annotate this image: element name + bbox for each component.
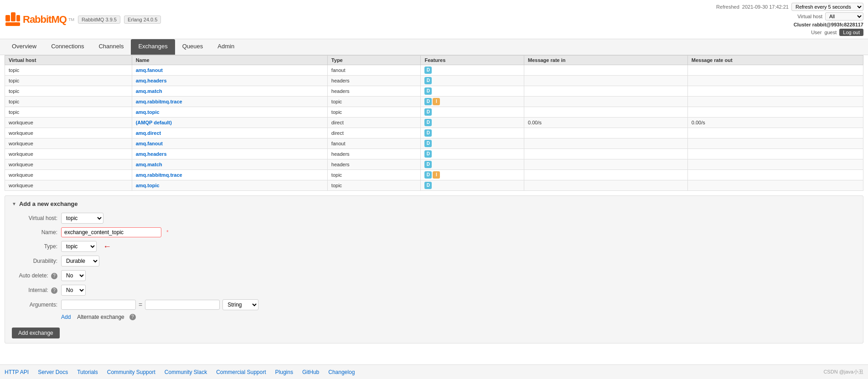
cell-rate-in — [524, 159, 687, 170]
collapse-icon: ▼ — [12, 201, 16, 206]
required-star: * — [166, 229, 169, 236]
auto-delete-help[interactable]: ? — [51, 273, 57, 279]
table-row: topicamq.fanoutfanoutD — [5, 65, 863, 76]
cell-rate-in — [524, 86, 687, 97]
alt-exchange-label[interactable]: Alternate exchange — [77, 314, 124, 320]
add-link[interactable]: Add — [61, 314, 71, 320]
top-header: RabbitMQ TM RabbitMQ 3.9.5 Erlang 24.0.5… — [0, 0, 868, 39]
cell-type: topic — [327, 170, 421, 180]
nav-connections[interactable]: Connections — [44, 39, 91, 55]
refresh-select[interactable]: Refresh every 5 seconds Refresh every 10… — [791, 3, 863, 11]
exchange-link[interactable]: amq.match — [136, 88, 162, 94]
cell-vhost: topic — [5, 107, 132, 118]
cell-vhost: topic — [5, 65, 132, 76]
main-content: Virtual host Name Type Features Message … — [0, 55, 868, 348]
type-select[interactable]: direct fanout headers topic — [61, 241, 97, 252]
name-row: Name: * — [12, 227, 856, 237]
table-row: workqueueamq.headersheadersD — [5, 149, 863, 159]
exchange-link[interactable]: amq.rabbitmq.trace — [136, 99, 182, 104]
cell-rate-in — [524, 97, 687, 107]
cell-vhost: workqueue — [5, 118, 132, 128]
col-rate-out: Message rate out — [687, 56, 863, 65]
table-row: workqueueamq.directdirectD — [5, 128, 863, 138]
exchange-table: Virtual host Name Type Features Message … — [5, 55, 863, 191]
arg-equals: = — [139, 301, 142, 308]
user-value: guest — [824, 30, 837, 35]
durability-select[interactable]: Durable Transient — [61, 256, 99, 266]
cell-features: D — [421, 149, 524, 159]
auto-delete-row: Auto delete: ? No Yes — [12, 270, 856, 281]
cell-rate-out: 0.00/s — [687, 118, 863, 128]
cell-features: D — [421, 76, 524, 86]
cell-features: D — [421, 107, 524, 118]
exchange-link[interactable]: amq.headers — [136, 151, 167, 157]
exchange-link[interactable]: amq.topic — [136, 183, 160, 188]
cell-name: amq.headers — [132, 149, 327, 159]
table-row: topicamq.headersheadersD — [5, 76, 863, 86]
vhost-row: Virtual host All topic workqueue — [797, 12, 863, 20]
cell-name: amq.match — [132, 86, 327, 97]
cell-rate-in — [524, 138, 687, 149]
col-rate-in: Message rate in — [524, 56, 687, 65]
exchange-link[interactable]: amq.fanout — [136, 67, 163, 73]
cell-rate-in — [524, 107, 687, 118]
col-name: Name — [132, 56, 327, 65]
cell-rate-out — [687, 97, 863, 107]
cell-type: headers — [327, 76, 421, 86]
type-row: Type: direct fanout headers topic ← — [12, 241, 856, 252]
cell-vhost: workqueue — [5, 159, 132, 170]
arg-type-select[interactable]: String Number Boolean List — [222, 299, 258, 310]
cell-vhost: workqueue — [5, 149, 132, 159]
nav-queues[interactable]: Queues — [175, 39, 211, 55]
cluster-label: Cluster — [794, 22, 811, 27]
feature-badge-i: I — [433, 98, 440, 105]
table-row: workqueueamq.rabbitmq.tracetopicDI — [5, 170, 863, 180]
exchange-link[interactable]: amq.headers — [136, 78, 167, 83]
auto-delete-label: Auto delete: ? — [12, 272, 57, 279]
cell-rate-out — [687, 180, 863, 191]
vhost-select[interactable]: All topic workqueue — [825, 12, 863, 20]
alt-exchange-help[interactable]: ? — [129, 314, 136, 320]
arg-value-input[interactable] — [145, 300, 220, 310]
section-header[interactable]: ▼ Add a new exchange — [12, 200, 856, 207]
cell-rate-out — [687, 76, 863, 86]
exchange-link[interactable]: amq.fanout — [136, 141, 163, 146]
type-label: Type: — [12, 243, 57, 250]
nav-overview[interactable]: Overview — [5, 39, 44, 55]
internal-help[interactable]: ? — [51, 287, 57, 294]
add-exchange-button[interactable]: Add exchange — [12, 328, 60, 338]
table-row: workqueueamq.topictopicD — [5, 180, 863, 191]
cell-rate-in: 0.00/s — [524, 118, 687, 128]
auto-delete-select[interactable]: No Yes — [61, 270, 86, 281]
durability-row: Durability: Durable Transient — [12, 256, 856, 266]
cell-type: fanout — [327, 138, 421, 149]
cell-name: amq.headers — [132, 76, 327, 86]
virtual-host-select[interactable]: topic workqueue / — [61, 213, 103, 224]
nav-exchanges[interactable]: Exchanges — [131, 39, 175, 55]
cell-name: amq.fanout — [132, 65, 327, 76]
logout-button[interactable]: Log out — [839, 29, 863, 36]
exchange-link[interactable]: (AMQP default) — [136, 120, 172, 125]
cell-name: amq.match — [132, 159, 327, 170]
exchange-link[interactable]: amq.direct — [136, 130, 161, 136]
feature-badge-d: D — [424, 67, 432, 74]
name-input[interactable] — [61, 227, 161, 237]
name-label: Name: — [12, 229, 57, 236]
cell-rate-out — [687, 170, 863, 180]
cell-vhost: topic — [5, 86, 132, 97]
exchange-link[interactable]: amq.rabbitmq.trace — [136, 172, 182, 178]
cell-vhost: topic — [5, 97, 132, 107]
exchange-link[interactable]: amq.match — [136, 162, 162, 167]
internal-select[interactable]: No Yes — [61, 285, 86, 296]
col-type: Type — [327, 56, 421, 65]
user-label: User — [811, 30, 822, 35]
arrow-indicator: ← — [103, 242, 111, 251]
arg-key-input[interactable] — [61, 300, 136, 310]
table-row: topicamq.topictopicD — [5, 107, 863, 118]
section-title: Add a new exchange — [19, 200, 78, 207]
top-right-info: Refreshed 2021-09-30 17:42:21 Refresh ev… — [716, 3, 863, 36]
exchange-link[interactable]: amq.topic — [136, 109, 160, 115]
nav-admin[interactable]: Admin — [210, 39, 242, 55]
durability-label: Durability: — [12, 258, 57, 264]
nav-channels[interactable]: Channels — [91, 39, 131, 55]
